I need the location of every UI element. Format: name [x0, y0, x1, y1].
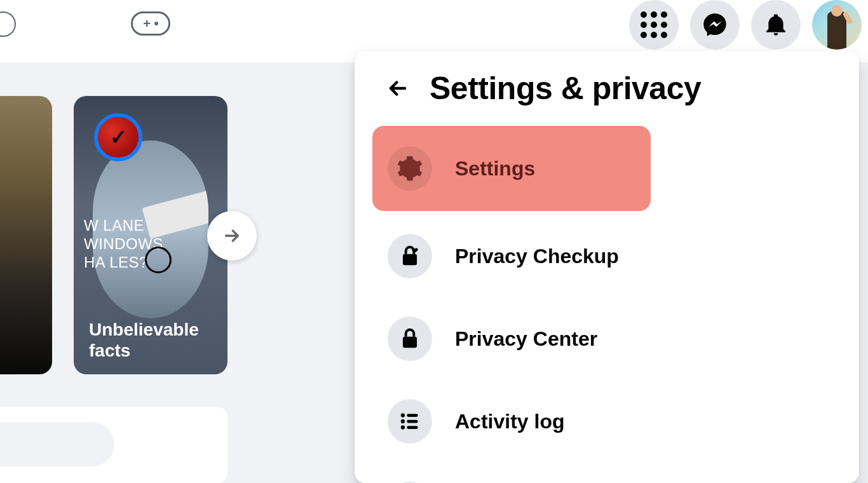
bell-icon [763, 12, 789, 37]
lock-heart-icon [398, 244, 422, 268]
svg-rect-6 [407, 420, 417, 423]
menu-label: Privacy Center [455, 327, 597, 351]
list-icon [398, 409, 422, 433]
gaming-dot-glyph [154, 22, 158, 25]
menu-item-privacy-center[interactable]: Privacy Center [372, 301, 639, 376]
svg-point-3 [401, 419, 405, 423]
arrow-right-icon [222, 226, 242, 246]
menu-icon-wrap [388, 399, 432, 444]
header-left-circle [0, 11, 16, 37]
notifications-button[interactable] [751, 0, 801, 50]
menu-item-privacy-checkup[interactable]: Privacy Checkup [372, 219, 639, 294]
svg-point-2 [401, 413, 405, 417]
back-button[interactable] [384, 74, 412, 102]
svg-rect-7 [407, 426, 417, 429]
svg-point-4 [401, 425, 405, 429]
gaming-plus-glyph: + [143, 17, 151, 30]
svg-rect-0 [403, 254, 417, 265]
menu-button[interactable] [629, 0, 679, 50]
settings-menu-list: Settings Privacy Checkup Privacy Center [372, 126, 841, 483]
post-composer [0, 407, 227, 483]
lock-icon [398, 327, 422, 351]
gaming-icon[interactable]: + [131, 11, 170, 36]
svg-rect-5 [407, 414, 417, 417]
story-author-ring[interactable]: ✓ [94, 113, 142, 161]
gear-icon [397, 155, 423, 182]
menu-label: Activity log [455, 410, 564, 433]
menu-icon-wrap [388, 234, 432, 278]
story-author-avatar: ✓ [98, 117, 139, 158]
menu-item-feed[interactable]: Feed [372, 466, 639, 483]
profile-avatar[interactable] [812, 0, 862, 50]
story-2-title: Unbelievable facts [89, 319, 212, 362]
composer-input[interactable] [0, 422, 114, 466]
story-card-1[interactable]: H [0, 96, 52, 374]
menu-icon-wrap [388, 146, 432, 191]
panel-header: Settings & privacy [372, 70, 841, 107]
panel-title: Settings & privacy [430, 70, 701, 107]
menu-item-settings[interactable]: Settings [372, 126, 651, 211]
story-next-button[interactable] [207, 211, 257, 261]
story-focus-indicator [145, 247, 172, 273]
menu-label: Privacy Checkup [455, 245, 619, 268]
menu-item-activity-log[interactable]: Activity log [372, 384, 639, 459]
menu-label: Settings [455, 157, 535, 180]
menu-icon [641, 11, 667, 38]
header-right-group [629, 0, 862, 50]
svg-rect-1 [403, 337, 417, 348]
arrow-left-icon [386, 76, 410, 100]
menu-icon-wrap [388, 316, 432, 361]
messenger-button[interactable] [690, 0, 740, 50]
settings-privacy-panel: Settings & privacy Settings Privacy Chec… [355, 51, 859, 483]
messenger-icon [702, 12, 728, 37]
